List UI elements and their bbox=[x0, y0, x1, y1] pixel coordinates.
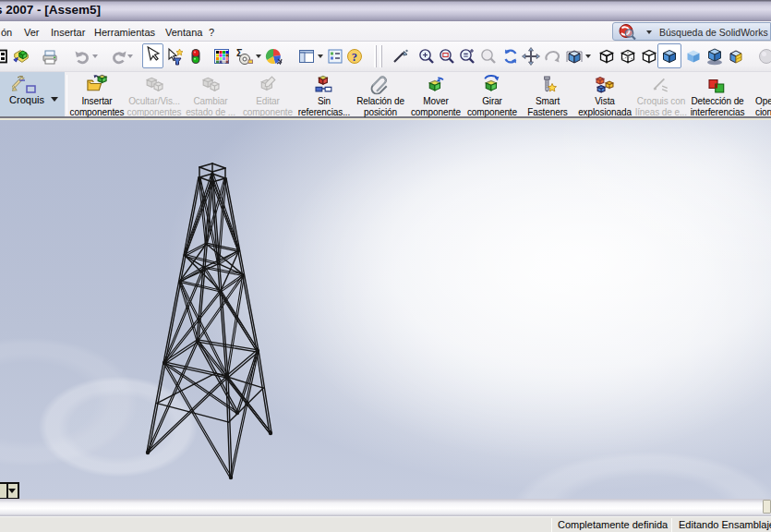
svg-text:?: ? bbox=[352, 51, 357, 64]
